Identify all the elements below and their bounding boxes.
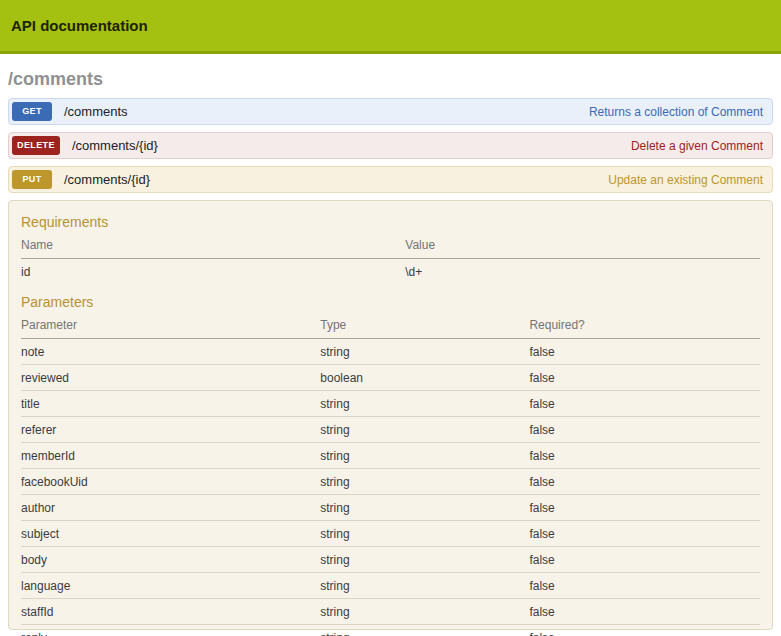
requirements-table-header: Name Value xyxy=(21,233,760,259)
parameter-type-cell: string xyxy=(320,397,529,411)
parameter-type-cell: string xyxy=(320,449,529,463)
parameter-type-cell: string xyxy=(320,527,529,541)
page-title: API documentation xyxy=(11,17,148,34)
content: /comments GET /comments Returns a collec… xyxy=(0,69,781,630)
parameter-name-cell: reply xyxy=(21,631,320,636)
parameter-name-cell: referer xyxy=(21,423,320,437)
app-header: API documentation xyxy=(0,0,781,54)
parameter-row: reply string false xyxy=(21,625,760,636)
parameter-row: memberId string false xyxy=(21,443,760,469)
parameter-row: body string false xyxy=(21,547,760,573)
parameter-type-cell: string xyxy=(320,631,529,636)
parameter-type-cell: string xyxy=(320,605,529,619)
endpoint-list: GET /comments Returns a collection of Co… xyxy=(8,98,773,193)
parameter-row: reviewed boolean false xyxy=(21,365,760,391)
section-title: /comments xyxy=(8,69,773,90)
requirements-heading: Requirements xyxy=(21,214,760,230)
parameter-name-cell: subject xyxy=(21,527,320,541)
parameter-name-cell: staffId xyxy=(21,605,320,619)
parameter-required-cell: false xyxy=(529,423,760,437)
parameters-table: Parameter Type Required? note string fal… xyxy=(21,313,760,636)
parameters-rows: note string false reviewed boolean false… xyxy=(21,339,760,636)
parameter-name-cell: body xyxy=(21,553,320,567)
parameter-row: facebookUid string false xyxy=(21,469,760,495)
http-method-badge: PUT xyxy=(12,170,52,189)
parameter-type-cell: string xyxy=(320,423,529,437)
parameter-required-cell: false xyxy=(529,579,760,593)
parameter-required-cell: false xyxy=(529,475,760,489)
endpoint-description: Delete a given Comment xyxy=(631,139,763,153)
parameter-required-cell: false xyxy=(529,553,760,567)
parameter-required-cell: false xyxy=(529,527,760,541)
parameter-name-cell: reviewed xyxy=(21,371,320,385)
endpoint-path: /comments xyxy=(64,104,128,119)
parameter-required-cell: false xyxy=(529,605,760,619)
parameters-col-required: Required? xyxy=(529,318,760,332)
endpoint-description: Update an existing Comment xyxy=(608,173,763,187)
requirements-col-name: Name xyxy=(21,238,405,252)
requirements-table: Name Value id \d+ xyxy=(21,233,760,284)
endpoint-path: /comments/{id} xyxy=(64,172,150,187)
parameter-type-cell: string xyxy=(320,345,529,359)
endpoint-row[interactable]: PUT /comments/{id} Update an existing Co… xyxy=(8,166,773,193)
parameters-table-header: Parameter Type Required? xyxy=(21,313,760,339)
parameter-row: language string false xyxy=(21,573,760,599)
parameters-heading: Parameters xyxy=(21,294,760,310)
parameter-row: note string false xyxy=(21,339,760,365)
parameter-type-cell: string xyxy=(320,553,529,567)
endpoint-description: Returns a collection of Comment xyxy=(589,105,763,119)
http-method-badge: DELETE xyxy=(12,136,60,155)
parameter-type-cell: string xyxy=(320,501,529,515)
parameter-required-cell: false xyxy=(529,631,760,636)
parameter-row: author string false xyxy=(21,495,760,521)
parameter-row: title string false xyxy=(21,391,760,417)
parameter-required-cell: false xyxy=(529,397,760,411)
parameter-name-cell: language xyxy=(21,579,320,593)
parameter-type-cell: string xyxy=(320,475,529,489)
endpoint-row[interactable]: DELETE /comments/{id} Delete a given Com… xyxy=(8,132,773,159)
parameter-name-cell: title xyxy=(21,397,320,411)
parameter-type-cell: boolean xyxy=(320,371,529,385)
endpoint-row[interactable]: GET /comments Returns a collection of Co… xyxy=(8,98,773,125)
parameter-type-cell: string xyxy=(320,579,529,593)
requirements-col-value: Value xyxy=(405,238,760,252)
requirement-row: id \d+ xyxy=(21,259,760,284)
parameter-required-cell: false xyxy=(529,449,760,463)
requirements-rows: id \d+ xyxy=(21,259,760,284)
parameter-required-cell: false xyxy=(529,501,760,515)
parameter-required-cell: false xyxy=(529,371,760,385)
parameter-name-cell: note xyxy=(21,345,320,359)
parameter-row: referer string false xyxy=(21,417,760,443)
parameter-name-cell: memberId xyxy=(21,449,320,463)
parameter-row: subject string false xyxy=(21,521,760,547)
endpoint-path: /comments/{id} xyxy=(72,138,158,153)
put-detail-panel: Requirements Name Value id \d+ Parameter… xyxy=(8,200,773,630)
http-method-badge: GET xyxy=(12,102,52,121)
parameter-name-cell: facebookUid xyxy=(21,475,320,489)
parameter-name-cell: author xyxy=(21,501,320,515)
requirement-name-cell: id xyxy=(21,265,405,279)
parameter-required-cell: false xyxy=(529,345,760,359)
parameter-row: staffId string false xyxy=(21,599,760,625)
parameters-col-parameter: Parameter xyxy=(21,318,320,332)
parameters-col-type: Type xyxy=(320,318,529,332)
requirement-value-cell: \d+ xyxy=(405,265,760,279)
